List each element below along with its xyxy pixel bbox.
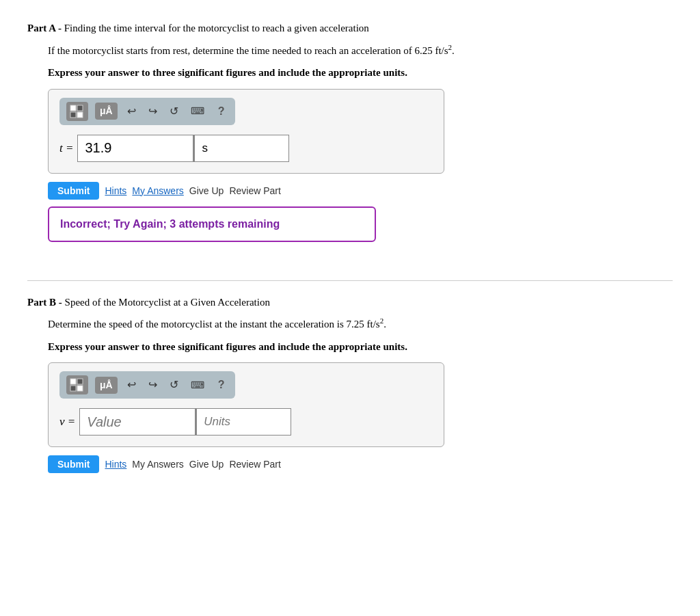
svg-rect-3: [77, 112, 83, 118]
svg-rect-7: [77, 386, 83, 391]
redo-button-b[interactable]: ↪: [146, 375, 160, 394]
svg-rect-1: [77, 105, 83, 111]
part-a-title: Part A - Finding the time interval for t…: [27, 21, 673, 36]
part-b-toolbar: μÅ ↩ ↪ ↺ ⌨ ?: [59, 371, 235, 399]
part-a-error-box: Incorrect; Try Again; 3 attempts remaini…: [48, 206, 376, 242]
part-a-value-input[interactable]: [77, 135, 193, 162]
keyboard-button-a[interactable]: ⌨: [188, 103, 207, 120]
part-b-section: Part B - Speed of the Motorcyclist at a …: [27, 280, 673, 494]
part-a-give-up-button[interactable]: Give Up: [189, 185, 224, 196]
svg-rect-0: [70, 105, 76, 111]
part-b-input-row: v =: [59, 408, 433, 436]
part-b-submit-button[interactable]: Submit: [48, 455, 99, 473]
help-button-b[interactable]: ?: [214, 375, 229, 394]
svg-rect-6: [70, 386, 76, 391]
svg-rect-4: [70, 379, 76, 384]
part-a-error-message: Incorrect; Try Again; 3 attempts remaini…: [60, 218, 280, 230]
part-a-submit-button[interactable]: Submit: [48, 182, 99, 200]
part-a-review-part-button[interactable]: Review Part: [229, 185, 280, 196]
matrix-icon[interactable]: [66, 102, 88, 121]
help-button-a[interactable]: ?: [214, 102, 229, 121]
part-a-section: Part A - Finding the time interval for t…: [27, 21, 673, 267]
refresh-button-b[interactable]: ↺: [167, 375, 181, 394]
part-a-var-label: t =: [59, 139, 73, 157]
part-a-desc: Finding the time interval for the motorc…: [64, 23, 369, 34]
page: Part A - Finding the time interval for t…: [0, 0, 700, 616]
part-b-problem-text: Determine the speed of the motorcyclist …: [48, 315, 673, 332]
part-b-label: Part B: [27, 297, 56, 308]
part-b-answer-box: μÅ ↩ ↪ ↺ ⌨ ? v =: [48, 362, 444, 447]
svg-rect-5: [77, 379, 83, 384]
part-a-toolbar: μÅ ↩ ↪ ↺ ⌨ ?: [59, 98, 235, 125]
part-a-hints-button[interactable]: Hints: [105, 185, 126, 196]
part-b-review-part-button[interactable]: Review Part: [229, 459, 280, 470]
undo-button-b[interactable]: ↩: [124, 375, 139, 394]
part-a-answer-box: μÅ ↩ ↪ ↺ ⌨ ? t =: [48, 89, 444, 174]
part-b-units-input[interactable]: [196, 408, 291, 436]
part-b-hints-button[interactable]: Hints: [105, 459, 126, 470]
part-b-var-label: v =: [59, 413, 75, 431]
part-a-my-answers-button[interactable]: My Answers: [132, 185, 183, 196]
part-b-title: Part B - Speed of the Motorcyclist at a …: [27, 295, 673, 310]
part-b-instruction: Express your answer to three significant…: [48, 339, 673, 355]
part-a-input-row: t =: [59, 135, 433, 162]
refresh-button-a[interactable]: ↺: [167, 102, 181, 121]
matrix-icon-b[interactable]: [66, 375, 88, 394]
part-a-dash: -: [55, 23, 64, 34]
part-a-action-row: Submit Hints My Answers Give Up Review P…: [48, 182, 673, 200]
mu-button-b[interactable]: μÅ: [95, 377, 118, 394]
part-b-dash: -: [56, 297, 65, 308]
part-b-desc: Speed of the Motorcyclist at a Given Acc…: [65, 297, 270, 308]
mu-button-a[interactable]: μÅ: [95, 103, 118, 120]
part-a-label: Part A: [27, 23, 55, 34]
undo-button-a[interactable]: ↩: [124, 102, 139, 121]
part-b-give-up-button[interactable]: Give Up: [189, 459, 224, 470]
part-b-value-input[interactable]: [79, 408, 196, 436]
part-a-units-input[interactable]: [193, 135, 289, 162]
part-a-problem-text: If the motorcyclist starts from rest, de…: [48, 42, 673, 59]
part-b-my-answers-button[interactable]: My Answers: [132, 459, 183, 470]
part-b-action-row: Submit Hints My Answers Give Up Review P…: [48, 455, 673, 473]
keyboard-button-b[interactable]: ⌨: [188, 377, 207, 394]
svg-rect-2: [70, 112, 76, 118]
redo-button-a[interactable]: ↪: [146, 102, 160, 121]
part-a-instruction: Express your answer to three significant…: [48, 65, 673, 81]
